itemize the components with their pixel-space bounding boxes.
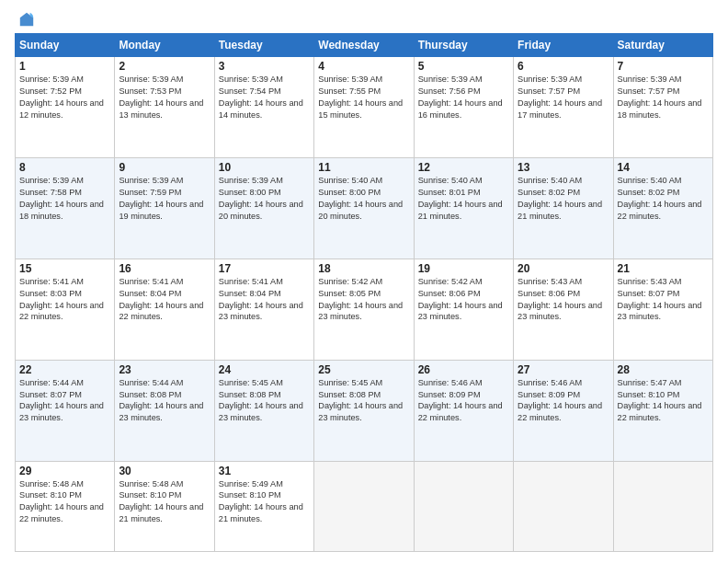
calendar-cell: 19 Sunrise: 5:42 AM Sunset: 8:06 PM Dayl… [414,259,513,360]
sunset-label: Sunset: 7:53 PM [119,86,181,96]
day-info: Sunrise: 5:39 AM Sunset: 7:55 PM Dayligh… [318,74,409,121]
day-info: Sunrise: 5:39 AM Sunset: 7:52 PM Dayligh… [19,74,110,121]
day-info: Sunrise: 5:40 AM Sunset: 8:02 PM Dayligh… [618,175,709,223]
sunrise-label: Sunrise: 5:40 AM [318,176,382,185]
day-number: 13 [518,161,609,174]
calendar-cell: 27 Sunrise: 5:46 AM Sunset: 8:09 PM Dayl… [514,360,613,461]
calendar-cell: 6 Sunrise: 5:39 AM Sunset: 7:57 PM Dayli… [514,57,613,158]
daylight-label: Daylight: 14 hours and 23 minutes. [19,401,104,422]
day-number: 16 [119,262,210,275]
sunset-label: Sunset: 8:08 PM [219,390,281,399]
daylight-label: Daylight: 14 hours and 12 minutes. [19,98,104,120]
calendar-cell [414,461,513,552]
day-number: 23 [119,363,210,376]
day-info: Sunrise: 5:48 AM Sunset: 8:10 PM Dayligh… [119,478,210,526]
header-saturday: Saturday [613,34,712,57]
logo-icon [18,11,35,28]
calendar-week-row: 1 Sunrise: 5:39 AM Sunset: 7:52 PM Dayli… [16,57,713,158]
calendar-cell: 20 Sunrise: 5:43 AM Sunset: 8:06 PM Dayl… [514,259,613,360]
sunrise-label: Sunrise: 5:42 AM [318,277,382,286]
day-info: Sunrise: 5:39 AM Sunset: 7:53 PM Dayligh… [119,74,210,121]
daylight-label: Daylight: 14 hours and 20 minutes. [318,200,403,221]
day-info: Sunrise: 5:43 AM Sunset: 8:06 PM Dayligh… [518,276,609,324]
day-info: Sunrise: 5:47 AM Sunset: 8:10 PM Dayligh… [618,377,709,425]
day-number: 25 [318,363,409,376]
sunset-label: Sunset: 7:56 PM [418,86,481,96]
sunset-label: Sunset: 8:04 PM [219,289,281,298]
sunset-label: Sunset: 8:10 PM [618,390,680,399]
calendar-cell: 8 Sunrise: 5:39 AM Sunset: 7:58 PM Dayli… [16,157,115,259]
header-sunday: Sunday [16,34,115,57]
daylight-label: Daylight: 14 hours and 17 minutes. [518,98,602,120]
day-number: 9 [119,161,210,174]
day-number: 28 [618,363,709,376]
daylight-label: Daylight: 14 hours and 21 minutes. [518,200,602,221]
day-number: 20 [518,262,609,275]
sunrise-label: Sunrise: 5:39 AM [119,75,183,84]
sunset-label: Sunset: 8:02 PM [518,188,580,197]
day-number: 19 [418,262,509,275]
sunset-label: Sunset: 8:05 PM [318,289,381,298]
calendar-cell: 13 Sunrise: 5:40 AM Sunset: 8:02 PM Dayl… [514,157,613,259]
sunset-label: Sunset: 8:07 PM [618,289,680,298]
sunrise-label: Sunrise: 5:39 AM [418,75,483,84]
day-number: 1 [19,60,110,73]
day-number: 31 [219,465,310,477]
day-info: Sunrise: 5:43 AM Sunset: 8:07 PM Dayligh… [618,276,709,324]
sunrise-label: Sunrise: 5:43 AM [518,277,582,286]
calendar-cell [613,461,712,552]
daylight-label: Daylight: 14 hours and 18 minutes. [618,98,702,120]
day-info: Sunrise: 5:49 AM Sunset: 8:10 PM Dayligh… [219,478,310,526]
sunset-label: Sunset: 8:00 PM [219,188,281,197]
calendar: Sunday Monday Tuesday Wednesday Thursday… [15,33,713,552]
sunset-label: Sunset: 7:57 PM [618,86,680,96]
daylight-label: Daylight: 14 hours and 22 minutes. [618,200,702,221]
daylight-label: Daylight: 14 hours and 19 minutes. [119,200,203,221]
sunrise-label: Sunrise: 5:44 AM [119,378,183,387]
sunset-label: Sunset: 7:58 PM [19,188,82,197]
sunset-label: Sunset: 8:06 PM [418,289,481,298]
sunrise-label: Sunrise: 5:45 AM [219,378,283,387]
calendar-cell: 7 Sunrise: 5:39 AM Sunset: 7:57 PM Dayli… [613,57,712,158]
calendar-cell: 2 Sunrise: 5:39 AM Sunset: 7:53 PM Dayli… [115,57,214,158]
sunset-label: Sunset: 8:02 PM [618,188,680,197]
sunset-label: Sunset: 8:01 PM [418,188,481,197]
day-number: 3 [219,60,310,73]
day-number: 17 [219,262,310,275]
sunrise-label: Sunrise: 5:42 AM [418,277,483,286]
sunset-label: Sunset: 8:00 PM [318,188,381,197]
daylight-label: Daylight: 14 hours and 21 minutes. [219,502,303,523]
day-number: 5 [418,60,509,73]
sunrise-label: Sunrise: 5:44 AM [19,378,84,387]
daylight-label: Daylight: 14 hours and 16 minutes. [418,98,503,120]
calendar-cell: 11 Sunrise: 5:40 AM Sunset: 8:00 PM Dayl… [314,157,414,259]
calendar-cell: 10 Sunrise: 5:39 AM Sunset: 8:00 PM Dayl… [214,157,313,259]
sunrise-label: Sunrise: 5:41 AM [19,277,84,286]
calendar-cell: 29 Sunrise: 5:48 AM Sunset: 8:10 PM Dayl… [16,461,115,552]
day-number: 27 [518,363,609,376]
sunrise-label: Sunrise: 5:39 AM [119,176,183,185]
calendar-cell: 1 Sunrise: 5:39 AM Sunset: 7:52 PM Dayli… [16,57,115,158]
day-info: Sunrise: 5:39 AM Sunset: 8:00 PM Dayligh… [219,175,310,223]
sunrise-label: Sunrise: 5:39 AM [19,176,84,185]
calendar-cell: 16 Sunrise: 5:41 AM Sunset: 8:04 PM Dayl… [115,259,214,360]
daylight-label: Daylight: 14 hours and 18 minutes. [19,200,104,221]
sunrise-label: Sunrise: 5:47 AM [618,378,682,387]
sunset-label: Sunset: 8:03 PM [19,289,82,298]
sunrise-label: Sunrise: 5:45 AM [318,378,382,387]
daylight-label: Daylight: 14 hours and 14 minutes. [219,98,303,120]
sunrise-label: Sunrise: 5:39 AM [618,75,682,84]
daylight-label: Daylight: 14 hours and 20 minutes. [219,200,303,221]
calendar-cell: 24 Sunrise: 5:45 AM Sunset: 8:08 PM Dayl… [214,360,313,461]
calendar-cell: 31 Sunrise: 5:49 AM Sunset: 8:10 PM Dayl… [214,461,313,552]
day-number: 7 [618,60,709,73]
day-info: Sunrise: 5:40 AM Sunset: 8:02 PM Dayligh… [518,175,609,223]
calendar-cell: 21 Sunrise: 5:43 AM Sunset: 8:07 PM Dayl… [613,259,712,360]
daylight-label: Daylight: 14 hours and 23 minutes. [418,301,503,322]
sunset-label: Sunset: 7:54 PM [219,86,281,96]
sunset-label: Sunset: 8:08 PM [318,390,381,399]
day-info: Sunrise: 5:40 AM Sunset: 8:01 PM Dayligh… [418,175,509,223]
day-number: 21 [618,262,709,275]
sunrise-label: Sunrise: 5:39 AM [219,75,283,84]
header-friday: Friday [514,34,613,57]
